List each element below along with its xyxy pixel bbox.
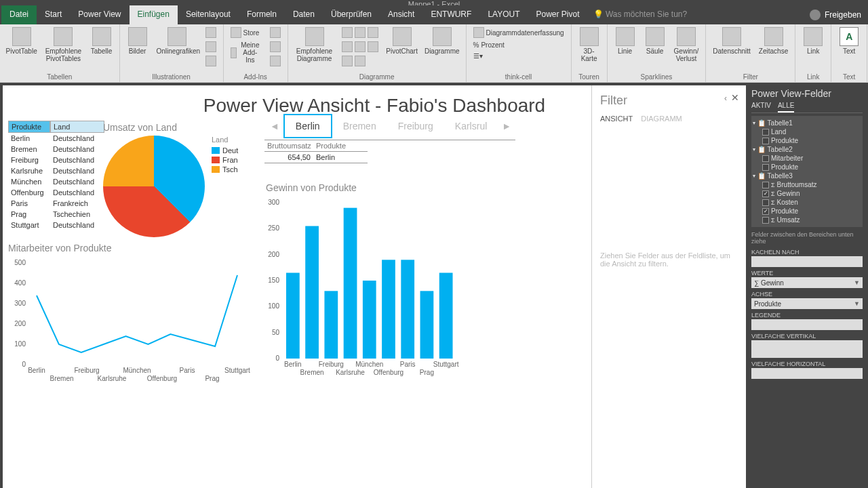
tile-tab[interactable]: Freiburg	[387, 115, 444, 137]
checkbox-icon[interactable]	[762, 199, 769, 206]
3d-map-button[interactable]: 3D-Karte	[576, 26, 603, 64]
tab-daten[interactable]: Daten	[285, 5, 323, 24]
tile-next-arrow[interactable]: ►	[498, 121, 515, 131]
tab-power-view[interactable]: Power View	[70, 5, 129, 24]
visio-button[interactable]	[267, 54, 283, 68]
table-cell[interactable]: Deutschland	[50, 165, 104, 176]
tell-me-search[interactable]: 💡 Was möchten Sie tun?	[588, 5, 693, 24]
tab-ansicht[interactable]: Ansicht	[380, 5, 422, 24]
avatar[interactable]	[810, 9, 821, 20]
table-cell[interactable]: Deutschland	[50, 176, 104, 187]
tab-entwurf[interactable]: ENTWURF	[422, 5, 479, 24]
charts-gallery-2[interactable]	[339, 40, 381, 54]
tile-tab[interactable]: Bremen	[332, 115, 387, 137]
table-cell[interactable]: München	[8, 176, 50, 187]
fields-tab-alle[interactable]: ALLE	[778, 102, 794, 113]
tab-formeln[interactable]: Formeln	[239, 5, 285, 24]
checkbox-icon[interactable]	[762, 182, 769, 188]
zone-vv[interactable]	[751, 340, 863, 358]
tree-field[interactable]: Σ Gewinn	[753, 189, 861, 198]
tab-ueberpruefen[interactable]: Überprüfen	[323, 5, 380, 24]
tab-layout[interactable]: LAYOUT	[479, 5, 528, 24]
fields-tree[interactable]: ▾📋 Tabelle1LandProdukte▾📋 Tabelle2Mitarb…	[751, 116, 863, 227]
checkbox-icon[interactable]	[762, 129, 769, 136]
pivottable-button[interactable]: PivotTable	[4, 26, 39, 56]
tree-table[interactable]: ▾📋 Tabelle3	[753, 171, 861, 180]
brutto-table[interactable]: Bruttoumsatz Produkte 654,50 Berlin	[264, 140, 515, 163]
table-cell[interactable]: Deutschland	[50, 144, 104, 155]
tab-einfuegen[interactable]: Einfügen	[130, 5, 178, 24]
chevron-down-icon[interactable]: ▼	[854, 279, 860, 286]
table-button[interactable]: Tabelle	[88, 26, 115, 56]
recommended-charts-button[interactable]: Empfohlene Diagramme	[292, 26, 336, 64]
filter-prev-icon[interactable]: ‹	[724, 94, 727, 103]
think-cell-capture-button[interactable]: Diagrammdatenerfassung	[471, 26, 567, 39]
bing-maps-button[interactable]	[267, 26, 283, 39]
tile-tab[interactable]: Karlsrul	[444, 115, 498, 137]
tree-field[interactable]: Produkte	[753, 207, 861, 216]
table-cell[interactable]: Bremen	[8, 144, 50, 155]
power-view-canvas[interactable]: Power View Ansicht - Fabio's Dashboard P…	[3, 85, 746, 488]
screenshot-button[interactable]	[203, 54, 219, 68]
bar-chart[interactable]: 050100150200250300BerlinBremenFreiburgKa…	[258, 196, 461, 392]
people-graph-button[interactable]	[267, 40, 283, 54]
store-button[interactable]: Store	[228, 26, 264, 39]
chevron-down-icon[interactable]: ▼	[854, 300, 860, 307]
table-cell[interactable]: Prag	[8, 209, 50, 220]
pictures-button[interactable]: Bilder	[124, 26, 151, 56]
sparkline-winloss-button[interactable]: Gewinn/ Verlust	[671, 26, 702, 64]
hyperlink-button[interactable]: Link	[800, 26, 827, 56]
table-cell[interactable]: Karlsruhe	[8, 165, 50, 176]
tree-field[interactable]: Σ Bruttoumsatz	[753, 180, 861, 189]
smartart-button[interactable]	[203, 40, 219, 54]
slicer-button[interactable]: Datenschnitt	[710, 26, 753, 56]
my-addins-button[interactable]: Meine Add-Ins	[228, 40, 264, 65]
checkbox-icon[interactable]	[762, 155, 769, 162]
filter-tab-diagramm[interactable]: DIAGRAMM	[641, 115, 682, 123]
filter-close-icon[interactable]: ✕	[731, 92, 739, 103]
table-cell[interactable]: Frankreich	[50, 198, 104, 209]
tab-start[interactable]: Start	[37, 5, 70, 24]
checkbox-icon[interactable]	[762, 138, 769, 144]
table-cell[interactable]: Tschechien	[50, 209, 104, 220]
tab-power-pivot[interactable]: Power Pivot	[528, 5, 588, 24]
tree-field[interactable]: Σ Umsatz	[753, 216, 861, 224]
charts-gallery-1[interactable]	[339, 26, 381, 39]
fields-tab-aktiv[interactable]: AKTIV	[751, 102, 771, 113]
tree-field[interactable]: Land	[753, 127, 861, 136]
checkbox-icon[interactable]	[762, 217, 769, 224]
table-header[interactable]: Produkte	[8, 121, 50, 133]
diagramme-button[interactable]: Diagramme	[422, 26, 462, 56]
checkbox-icon[interactable]	[762, 190, 769, 197]
tab-file[interactable]: Datei	[1, 5, 37, 24]
zone-kacheln[interactable]	[751, 256, 863, 267]
tree-field[interactable]: Produkte	[753, 163, 861, 171]
sparkline-line-button[interactable]: Linie	[612, 26, 639, 56]
table-cell[interactable]: Deutschland	[50, 133, 104, 144]
tree-table[interactable]: ▾📋 Tabelle2	[753, 145, 861, 154]
table-cell[interactable]: Berlin	[8, 133, 50, 144]
line-chart[interactable]: 0100200300400500BerlinBremenFreiburgKarl…	[8, 256, 252, 399]
charts-gallery-3[interactable]	[339, 54, 381, 68]
pie-chart[interactable]	[103, 136, 205, 237]
zone-werte[interactable]: ∑ Gewinn▼	[751, 277, 863, 288]
table-cell[interactable]: Stuttgart	[8, 220, 50, 230]
table-cell[interactable]: Deutschland	[50, 155, 104, 165]
zone-legende[interactable]	[751, 319, 863, 330]
checkbox-icon[interactable]	[762, 208, 769, 215]
sparkline-column-button[interactable]: Säule	[642, 26, 669, 56]
pivotchart-button[interactable]: PivotChart	[384, 26, 420, 56]
tree-field[interactable]: Σ Kosten	[753, 198, 861, 207]
think-cell-percent-button[interactable]: % Prozent	[471, 40, 567, 50]
think-cell-more-button[interactable]: ☰▾	[471, 51, 567, 61]
table-cell[interactable]: Deutschland	[50, 187, 104, 198]
tile-prev-arrow[interactable]: ◄	[266, 121, 283, 131]
tile-tab[interactable]: Berlin	[283, 114, 332, 138]
table-cell[interactable]: Deutschland	[50, 220, 104, 230]
shapes-button[interactable]	[203, 26, 219, 39]
table-header[interactable]: Land	[50, 121, 104, 133]
recommended-pivottables-button[interactable]: Empfohlene PivotTables	[41, 26, 85, 64]
zone-vh[interactable]	[751, 368, 863, 379]
tree-table[interactable]: ▾📋 Tabelle1	[753, 119, 861, 127]
table-cell[interactable]: Paris	[8, 198, 50, 209]
